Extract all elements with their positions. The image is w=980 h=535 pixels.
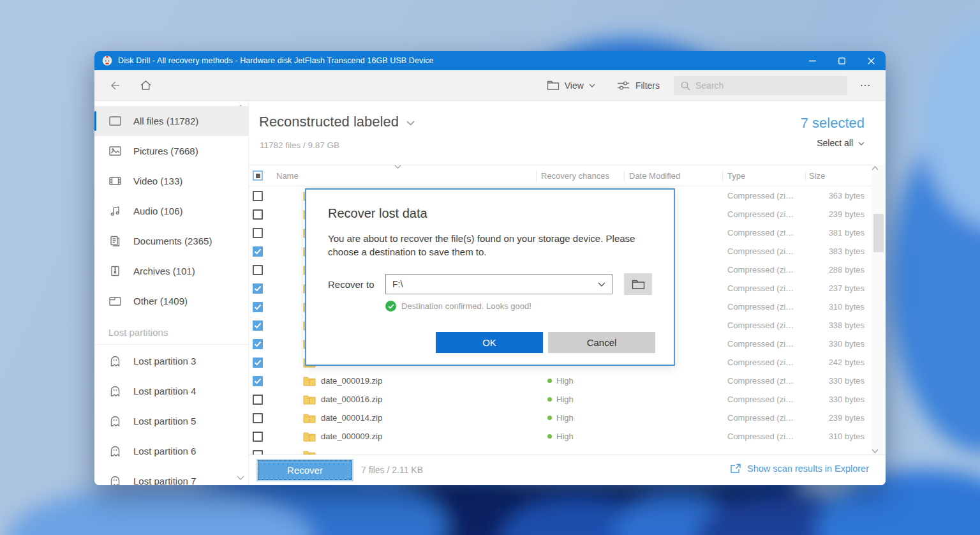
- table-row[interactable]: date_000009.zip High Compressed (zi… 310…: [249, 427, 872, 446]
- sidebar-item-label: Archives (101): [133, 266, 195, 276]
- sort-direction-icon[interactable]: [394, 165, 401, 169]
- row-checkbox[interactable]: [253, 228, 263, 238]
- file-size: 381 bytes: [805, 228, 865, 237]
- row-checkbox[interactable]: [253, 339, 263, 349]
- sidebar-item-label: Documents (2365): [133, 236, 212, 246]
- row-checkbox[interactable]: [253, 358, 263, 368]
- file-size: 310 bytes: [805, 432, 865, 441]
- toolbar: View Filters …: [94, 70, 886, 101]
- recovery-high-dot: [547, 379, 552, 383]
- search-input[interactable]: [695, 80, 836, 91]
- scan-session-selector[interactable]: Reconstructed labeled: [259, 114, 415, 130]
- close-button[interactable]: [856, 51, 886, 70]
- sidebar-item-label: Audio (106): [133, 206, 183, 216]
- file-type: Compressed (zi…: [722, 209, 805, 219]
- recovery-chance: High: [556, 376, 574, 386]
- open-external-icon: [730, 463, 741, 474]
- cancel-button[interactable]: Cancel: [548, 332, 655, 353]
- table-row[interactable]: date_000014.zip High Compressed (zi… 239…: [249, 409, 872, 427]
- filters-button[interactable]: Filters: [617, 80, 660, 91]
- all-files-icon: [108, 114, 122, 128]
- row-checkbox[interactable]: [253, 191, 263, 201]
- row-checkbox[interactable]: [253, 283, 263, 294]
- column-header-name[interactable]: Name: [276, 171, 536, 181]
- select-all-dropdown[interactable]: Select all: [817, 138, 865, 148]
- file-name: date_000014.zip: [321, 413, 536, 423]
- ok-button[interactable]: OK: [436, 332, 543, 353]
- pictures-icon: [108, 144, 122, 158]
- destination-status-text: Destination confirmed. Looks good!: [401, 301, 531, 311]
- show-scan-results-label: Show scan results in Explorer: [747, 463, 869, 474]
- disk-drill-app-icon: [102, 56, 112, 66]
- search-box[interactable]: [674, 76, 847, 95]
- scrollbar-thumb[interactable]: [873, 214, 884, 252]
- sidebar-item-lost-partition[interactable]: Lost partition 4: [94, 376, 248, 406]
- row-checkbox[interactable]: [253, 395, 263, 405]
- row-checkbox[interactable]: [253, 376, 263, 386]
- sidebar-item-label: Pictures (7668): [133, 146, 198, 156]
- sidebar-item-label: Lost partition 3: [133, 356, 196, 366]
- other-icon: [108, 294, 122, 308]
- row-checkbox[interactable]: [253, 302, 263, 312]
- file-size: 239 bytes: [805, 413, 865, 423]
- view-button[interactable]: View: [547, 80, 595, 91]
- row-checkbox[interactable]: [253, 265, 263, 275]
- sidebar-item-audio[interactable]: Audio (106): [94, 196, 248, 226]
- ghost-icon: [108, 474, 122, 486]
- sidebar-item-all-files[interactable]: All files (11782): [94, 106, 248, 136]
- file-type: Compressed (zi…: [722, 228, 805, 237]
- sidebar-item-lost-partition[interactable]: Lost partition 7: [94, 466, 248, 485]
- minimize-button[interactable]: [798, 51, 827, 70]
- home-button[interactable]: [134, 79, 157, 92]
- file-type: Compressed (zi…: [722, 302, 805, 312]
- row-checkbox[interactable]: [253, 320, 263, 331]
- file-type: Compressed (zi…: [722, 413, 805, 423]
- column-header-size[interactable]: Size: [805, 171, 865, 181]
- row-checkbox[interactable]: [253, 246, 263, 257]
- column-divider: [536, 170, 537, 182]
- files-total-summary: 11782 files / 9.87 GB: [260, 140, 339, 150]
- row-checkbox[interactable]: [253, 432, 263, 442]
- sidebar-item-lost-partition[interactable]: Lost partition 3: [94, 346, 248, 376]
- sidebar-item-documents[interactable]: Documents (2365): [94, 226, 248, 256]
- sidebar-item-lost-partition[interactable]: Lost partition 5: [94, 406, 248, 436]
- file-size: 338 bytes: [805, 320, 865, 330]
- archives-icon: [108, 264, 122, 278]
- maximize-button[interactable]: [827, 51, 856, 70]
- table-row[interactable]: [249, 446, 872, 455]
- browse-folder-button[interactable]: [624, 273, 652, 295]
- file-size: 330 bytes: [805, 339, 865, 349]
- back-button[interactable]: [103, 79, 126, 92]
- recovery-high-dot: [547, 397, 552, 402]
- recover-to-label: Recover to: [328, 279, 375, 290]
- sidebar-scroll-down-icon[interactable]: [237, 476, 244, 480]
- folder-view-icon: [547, 80, 560, 91]
- table-row[interactable]: date_000016.zip High Compressed (zi… 330…: [249, 390, 872, 409]
- file-type: Compressed (zi…: [722, 283, 805, 293]
- column-header-date-modified[interactable]: Date Modified: [624, 171, 722, 181]
- sidebar-item-other[interactable]: Other (1409): [94, 286, 248, 316]
- destination-combobox[interactable]: F:\: [385, 274, 612, 294]
- sidebar-item-video[interactable]: Video (133): [94, 166, 248, 196]
- row-checkbox[interactable]: [253, 209, 263, 220]
- more-options-button[interactable]: …: [855, 76, 877, 94]
- row-checkbox[interactable]: [253, 413, 263, 423]
- sidebar-item-pictures[interactable]: Pictures (7668): [94, 136, 248, 166]
- column-header-type[interactable]: Type: [722, 171, 805, 181]
- recovery-chance: High: [556, 432, 574, 441]
- table-row[interactable]: date_000019.zip High Compressed (zi… 330…: [249, 372, 872, 390]
- vertical-scrollbar[interactable]: [872, 165, 886, 455]
- recover-button[interactable]: Recover: [258, 460, 352, 480]
- destination-value: F:\: [392, 279, 403, 289]
- column-header-recovery-chances[interactable]: Recovery chances: [536, 171, 624, 181]
- filters-icon: [617, 80, 630, 91]
- row-checkbox[interactable]: [253, 450, 263, 455]
- title-bar: Disk Drill - All recovery methods - Hard…: [94, 51, 886, 70]
- show-scan-results-link[interactable]: Show scan results in Explorer: [730, 463, 869, 474]
- scroll-down-icon[interactable]: [872, 449, 879, 453]
- sidebar-item-archives[interactable]: Archives (101): [94, 256, 248, 286]
- sidebar-item-lost-partition[interactable]: Lost partition 6: [94, 436, 248, 466]
- select-all-checkbox[interactable]: [253, 170, 263, 181]
- file-type: Compressed (zi…: [722, 376, 805, 386]
- scroll-up-icon[interactable]: [872, 166, 879, 170]
